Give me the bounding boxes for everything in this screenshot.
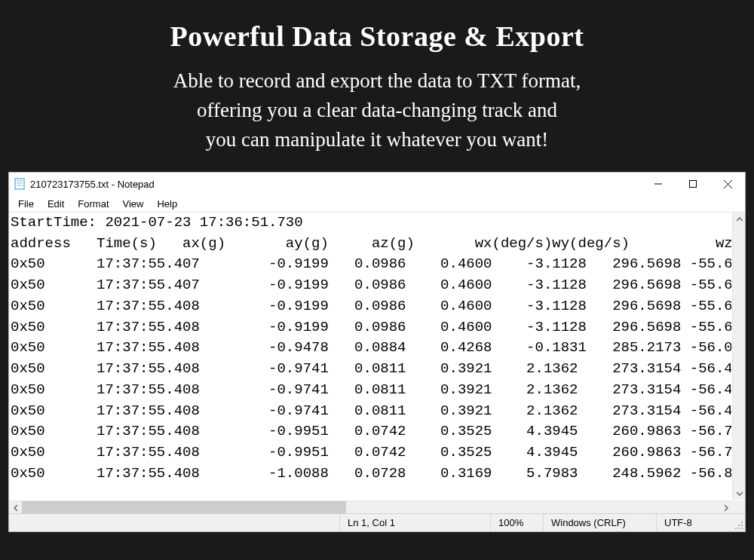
menu-format[interactable]: Format bbox=[72, 197, 115, 211]
notepad-window: 210723173755.txt - Notepad File Edit For… bbox=[8, 172, 746, 532]
scroll-right-icon[interactable] bbox=[719, 501, 732, 513]
horizontal-scrollbar[interactable] bbox=[9, 500, 732, 513]
status-position: Ln 1, Col 1 bbox=[339, 514, 490, 531]
titlebar[interactable]: 210723173755.txt - Notepad bbox=[9, 173, 745, 195]
notepad-icon bbox=[14, 178, 26, 190]
svg-point-8 bbox=[741, 522, 743, 523]
svg-point-10 bbox=[741, 525, 743, 526]
minimize-button[interactable] bbox=[641, 173, 676, 195]
menubar: File Edit Format View Help bbox=[9, 195, 745, 212]
hero-subtitle: Able to record and export the data to TX… bbox=[0, 66, 754, 155]
svg-point-9 bbox=[738, 525, 740, 526]
resize-grip-icon[interactable] bbox=[731, 514, 745, 531]
window-title: 210723173755.txt - Notepad bbox=[30, 179, 155, 190]
svg-point-11 bbox=[735, 528, 737, 529]
window-controls bbox=[641, 173, 745, 195]
scrollbar-corner bbox=[732, 500, 745, 513]
menu-view[interactable]: View bbox=[117, 197, 150, 211]
status-encoding: UTF-8 bbox=[656, 514, 731, 531]
svg-point-12 bbox=[738, 528, 740, 529]
svg-rect-0 bbox=[15, 179, 24, 189]
scroll-down-icon[interactable] bbox=[733, 487, 745, 500]
maximize-button[interactable] bbox=[676, 173, 710, 195]
status-eol: Windows (CRLF) bbox=[543, 514, 656, 531]
hero-title: Powerful Data Storage & Export bbox=[0, 20, 754, 53]
scrollbar-thumb[interactable] bbox=[22, 501, 346, 513]
hero-section: Powerful Data Storage & Export Able to r… bbox=[0, 0, 754, 155]
editor-area: StartTime: 2021-07-23 17:36:51.730 addre… bbox=[9, 212, 745, 513]
text-editor[interactable]: StartTime: 2021-07-23 17:36:51.730 addre… bbox=[9, 213, 731, 500]
svg-rect-5 bbox=[690, 181, 697, 188]
close-button[interactable] bbox=[710, 173, 745, 195]
scroll-left-icon[interactable] bbox=[9, 501, 22, 513]
menu-file[interactable]: File bbox=[12, 197, 40, 211]
statusbar: Ln 1, Col 1 100% Windows (CRLF) UTF-8 bbox=[9, 513, 745, 531]
menu-edit[interactable]: Edit bbox=[41, 197, 70, 211]
scroll-up-icon[interactable] bbox=[733, 213, 745, 225]
menu-help[interactable]: Help bbox=[151, 197, 183, 211]
status-zoom: 100% bbox=[490, 514, 543, 531]
vertical-scrollbar[interactable] bbox=[732, 213, 745, 500]
svg-point-13 bbox=[741, 528, 743, 529]
